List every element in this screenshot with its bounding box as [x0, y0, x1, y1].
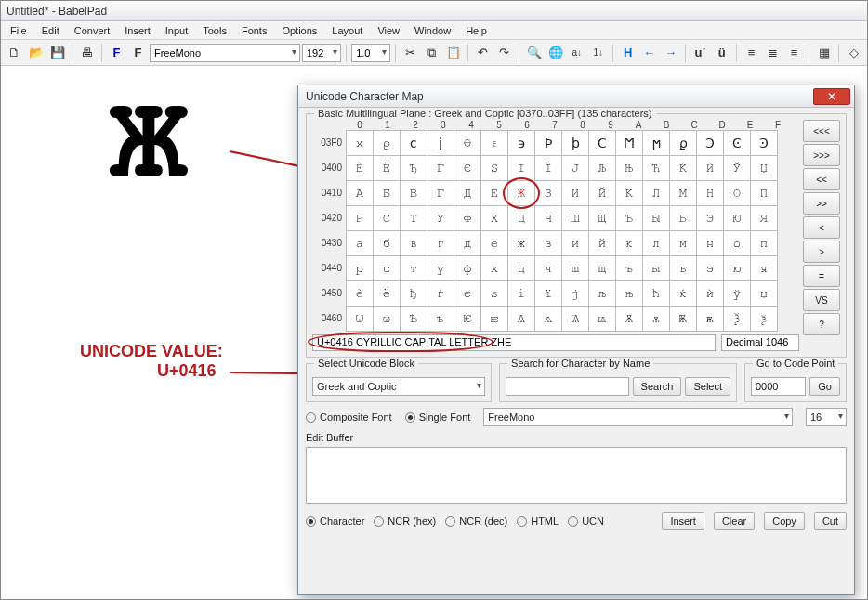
- menu-window[interactable]: Window: [407, 23, 458, 38]
- char-cell[interactable]: є: [454, 280, 481, 307]
- tool-a-icon[interactable]: ▦: [814, 43, 834, 63]
- char-cell[interactable]: а: [346, 230, 374, 256]
- char-cell[interactable]: Љ: [588, 155, 616, 181]
- char-cell[interactable]: Ь: [669, 205, 697, 231]
- menu-layout[interactable]: Layout: [324, 23, 370, 38]
- font-icon[interactable]: F: [128, 43, 148, 63]
- print-icon[interactable]: 🖶: [77, 43, 97, 63]
- char-cell[interactable]: В: [400, 180, 427, 206]
- bold-icon[interactable]: F: [107, 43, 126, 63]
- menu-insert[interactable]: Insert: [117, 23, 158, 38]
- grid-nav-button[interactable]: >: [803, 241, 840, 263]
- char-cell[interactable]: Л: [642, 180, 670, 206]
- paste-icon[interactable]: 📋: [443, 43, 463, 63]
- char-cell[interactable]: А: [346, 180, 374, 206]
- grid-nav-button[interactable]: >>: [803, 192, 840, 215]
- char-cell[interactable]: Ϻ: [615, 130, 643, 156]
- dialog-font-size[interactable]: 16: [806, 408, 847, 426]
- char-cell[interactable]: щ: [588, 255, 616, 281]
- char-cell[interactable]: т: [400, 255, 427, 281]
- char-cell[interactable]: ѕ: [480, 280, 508, 307]
- char-cell[interactable]: Х: [480, 205, 508, 231]
- char-cell[interactable]: д: [454, 230, 481, 256]
- char-cell[interactable]: Ѥ: [454, 306, 481, 332]
- char-cell[interactable]: Ћ: [642, 155, 670, 181]
- char-cell[interactable]: И: [561, 180, 589, 206]
- menu-file[interactable]: File: [3, 23, 34, 38]
- select-button[interactable]: Select: [685, 377, 730, 396]
- char-cell[interactable]: ё: [373, 280, 401, 307]
- char-cell[interactable]: ϰ: [346, 130, 374, 156]
- menu-input[interactable]: Input: [158, 23, 195, 38]
- search-input[interactable]: [506, 377, 628, 396]
- menu-convert[interactable]: Convert: [67, 23, 118, 38]
- char-cell[interactable]: ъ: [615, 255, 643, 281]
- char-cell[interactable]: Ϲ: [588, 130, 616, 156]
- font-name-combo[interactable]: FreeMono: [150, 44, 300, 62]
- char-cell[interactable]: Э: [696, 205, 724, 231]
- char-cell[interactable]: Ў: [723, 155, 751, 181]
- char-cell[interactable]: ї: [534, 280, 562, 307]
- go-button[interactable]: Go: [809, 377, 840, 396]
- goto-input[interactable]: 0000: [751, 377, 806, 396]
- char-cell[interactable]: љ: [588, 280, 616, 307]
- char-cell[interactable]: Б: [373, 180, 401, 206]
- sort-az-icon[interactable]: a↓: [567, 43, 586, 63]
- grid-nav-button[interactable]: <<<: [803, 120, 840, 142]
- radio-ncr-hex[interactable]: NCR (hex): [374, 515, 436, 527]
- char-cell[interactable]: ѐ: [346, 280, 374, 307]
- char-cell[interactable]: г: [427, 230, 454, 256]
- char-cell[interactable]: м: [669, 230, 697, 256]
- edit-buffer[interactable]: [306, 447, 847, 504]
- dialog-title-bar[interactable]: Unicode Character Map ✕: [298, 85, 854, 108]
- new-icon[interactable]: 🗋: [5, 43, 24, 63]
- char-cell[interactable]: ы: [642, 255, 670, 281]
- radio-character[interactable]: Character: [306, 515, 364, 527]
- char-cell[interactable]: Ѕ: [480, 155, 508, 181]
- erase-icon[interactable]: ◇: [844, 43, 863, 63]
- char-cell[interactable]: ј: [561, 280, 589, 307]
- char-cell[interactable]: п: [750, 230, 778, 256]
- char-cell[interactable]: Ѡ: [346, 306, 374, 332]
- char-cell[interactable]: С: [373, 205, 401, 231]
- char-cell[interactable]: ь: [669, 255, 697, 281]
- nav-right-icon[interactable]: →: [661, 43, 680, 63]
- char-cell[interactable]: ѧ: [534, 306, 562, 332]
- char-cell[interactable]: Ї: [534, 155, 562, 181]
- font-size-combo[interactable]: 192: [302, 44, 341, 62]
- char-cell[interactable]: ф: [454, 255, 481, 281]
- char-cell[interactable]: І: [507, 155, 535, 181]
- char-cell[interactable]: ю: [723, 255, 751, 281]
- char-cell[interactable]: Ј: [561, 155, 589, 181]
- char-cell[interactable]: й: [588, 230, 616, 256]
- menu-edit[interactable]: Edit: [34, 23, 67, 38]
- char-cell[interactable]: к: [615, 230, 643, 256]
- copy-icon[interactable]: ⧉: [422, 43, 441, 63]
- char-cell[interactable]: Д: [454, 180, 481, 206]
- sort-num-icon[interactable]: 1↓: [588, 43, 608, 63]
- char-cell[interactable]: ϼ: [669, 130, 697, 156]
- char-cell[interactable]: Ѣ: [400, 306, 427, 332]
- char-cell[interactable]: ѯ: [750, 306, 778, 332]
- char-cell[interactable]: з: [534, 230, 562, 256]
- char-cell[interactable]: Ѩ: [561, 306, 589, 332]
- search-button[interactable]: Search: [633, 377, 682, 396]
- char-cell[interactable]: Н: [696, 180, 724, 206]
- char-cell[interactable]: ќ: [669, 280, 697, 307]
- composite-font-radio[interactable]: Composite Font: [306, 411, 392, 423]
- grid-nav-button[interactable]: >>>: [803, 144, 840, 166]
- char-cell[interactable]: р: [346, 255, 374, 281]
- menu-help[interactable]: Help: [458, 23, 494, 38]
- block-combo[interactable]: Greek and Coptic: [312, 377, 485, 396]
- char-cell[interactable]: ϸ: [561, 130, 589, 156]
- char-cell[interactable]: ў: [723, 280, 751, 307]
- char-cell[interactable]: ѫ: [642, 306, 670, 332]
- cut-button[interactable]: Cut: [814, 512, 847, 530]
- char-cell[interactable]: ѭ: [696, 306, 724, 332]
- char-cell[interactable]: Є: [454, 155, 481, 181]
- char-cell[interactable]: Й: [588, 180, 616, 206]
- char-cell[interactable]: Ж: [507, 180, 535, 206]
- char-cell[interactable]: Ѭ: [669, 306, 697, 332]
- menu-fonts[interactable]: Fonts: [234, 23, 275, 38]
- char-cell[interactable]: Ы: [642, 205, 670, 231]
